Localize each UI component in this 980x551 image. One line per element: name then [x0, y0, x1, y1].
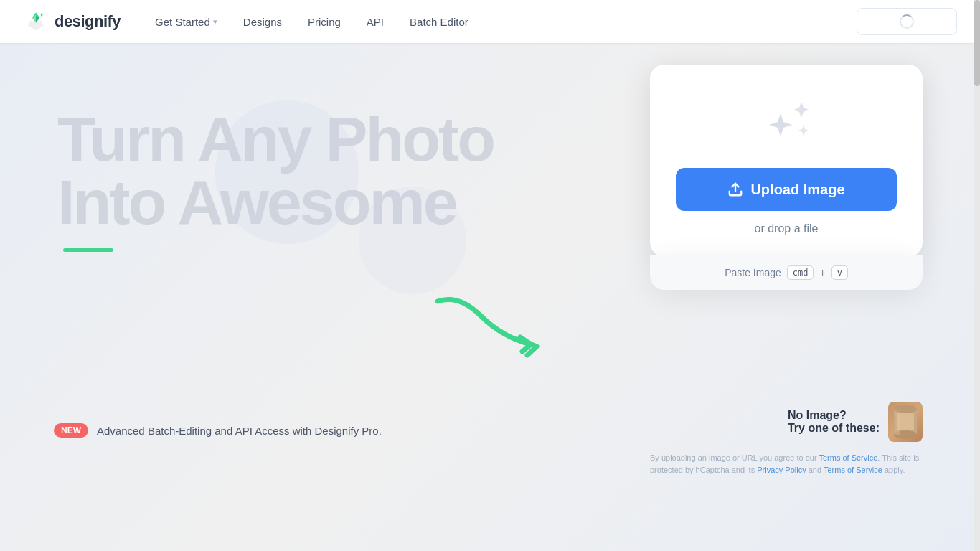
terms-text: By uploading an image or URL you agree t… — [650, 452, 923, 476]
drop-text: or drop a file — [755, 222, 819, 235]
nav-links: Get Started ▾ Designs Pricing API Batch … — [155, 16, 468, 28]
new-badge: NEW — [54, 423, 88, 438]
chevron-down-icon: ▾ — [213, 17, 217, 27]
nav-right — [857, 8, 957, 35]
no-image-section: No Image? Try one of these: — [788, 402, 923, 442]
paste-key-v: v — [831, 265, 848, 280]
promo-text: Advanced Batch-Editing and API Access wi… — [97, 425, 382, 437]
sparkles-icon — [750, 93, 822, 151]
paste-area: Paste Image cmd + v — [650, 255, 923, 290]
hero-section: Turn Any Photo Into Awesome — [0, 43, 980, 551]
upload-image-button[interactable]: Upload Image — [676, 168, 897, 211]
nav-batch-editor[interactable]: Batch Editor — [410, 16, 468, 28]
nav-get-started[interactable]: Get Started ▾ — [155, 16, 217, 28]
scrollbar-thumb[interactable] — [974, 0, 980, 86]
upload-icon — [727, 182, 743, 197]
paste-key-cmd: cmd — [787, 265, 814, 280]
nav-designs[interactable]: Designs — [243, 16, 282, 28]
scrollbar[interactable] — [974, 0, 980, 551]
tos-link[interactable]: Terms of Service — [819, 453, 877, 462]
svg-rect-6 — [897, 413, 914, 430]
hero-underline — [63, 248, 113, 252]
sample-product-image[interactable] — [888, 402, 923, 442]
loading-spinner — [900, 14, 914, 29]
logo-icon — [23, 9, 49, 34]
paste-label: Paste Image — [725, 267, 781, 278]
nav-api[interactable]: API — [367, 16, 384, 28]
paste-plus: + — [819, 267, 825, 278]
no-image-title: No Image? — [788, 409, 880, 422]
bg-decoration-1 — [215, 100, 359, 244]
upload-card-wrapper: Upload Image or drop a file Paste Image … — [650, 65, 923, 290]
logo-link[interactable]: designify — [23, 9, 121, 34]
privacy-link[interactable]: Privacy Policy — [757, 466, 806, 474]
logo-text: designify — [55, 12, 121, 31]
upload-card: Upload Image or drop a file — [650, 65, 923, 257]
no-image-text: No Image? Try one of these: — [788, 409, 880, 435]
bg-decoration-2 — [359, 187, 466, 294]
svg-point-7 — [894, 405, 917, 413]
promo-banner: NEW Advanced Batch-Editing and API Acces… — [54, 423, 382, 438]
login-button[interactable] — [857, 8, 957, 35]
nav-pricing[interactable]: Pricing — [308, 16, 341, 28]
navbar: designify Get Started ▾ Designs Pricing … — [0, 0, 980, 43]
arrow-decoration — [430, 287, 560, 376]
no-image-subtitle: Try one of these: — [788, 422, 880, 435]
tos-link-2[interactable]: Terms of Service — [824, 466, 882, 474]
